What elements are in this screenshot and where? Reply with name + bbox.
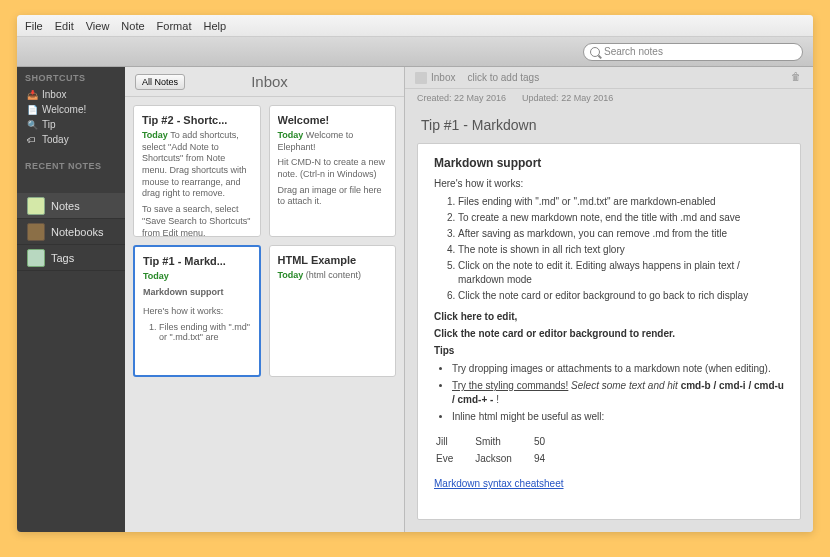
app-window: File Edit View Note Format Help Search n… [17, 15, 813, 532]
tags-hint[interactable]: click to add tags [467, 72, 539, 83]
main: SHORTCUTS 📥Inbox 📄Welcome! 🔍Tip 🏷Today R… [17, 67, 813, 532]
note-list-header: All Notes Inbox [125, 67, 404, 97]
note-card[interactable]: Tip #2 - Shortc... Today To add shortcut… [133, 105, 261, 237]
notes-icon [27, 197, 45, 215]
card-title: Tip #1 - Markd... [143, 255, 251, 267]
note-card[interactable]: Welcome! Today Welcome to Elephant! Hit … [269, 105, 397, 237]
menu-edit[interactable]: Edit [55, 20, 74, 32]
note-icon: 📄 [27, 105, 39, 115]
search-input[interactable]: Search notes [583, 43, 803, 61]
search-icon: 🔍 [27, 120, 39, 130]
menu-format[interactable]: Format [157, 20, 192, 32]
notebook-icon [415, 72, 427, 84]
inbox-icon: 📥 [27, 90, 39, 100]
tags-icon [27, 249, 45, 267]
note-detail: Inbox click to add tags 🗑 Created: 22 Ma… [405, 67, 813, 532]
shortcut-tip[interactable]: 🔍Tip [17, 117, 125, 132]
cheatsheet-link[interactable]: Markdown syntax cheatsheet [434, 478, 564, 489]
notebooks-icon [27, 223, 45, 241]
trash-icon[interactable]: 🗑 [791, 71, 803, 85]
nav-notes[interactable]: Notes [17, 193, 125, 219]
note-card[interactable]: HTML Example Today (html content) [269, 245, 397, 377]
note-body[interactable]: Markdown support Here's how it works: Fi… [417, 143, 801, 520]
card-date: Today [142, 130, 168, 140]
detail-bar: Inbox click to add tags 🗑 [405, 67, 813, 89]
menu-help[interactable]: Help [203, 20, 226, 32]
card-title: Tip #2 - Shortc... [142, 114, 252, 126]
menu-note[interactable]: Note [121, 20, 144, 32]
card-title: HTML Example [278, 254, 388, 266]
menu-file[interactable]: File [25, 20, 43, 32]
search-placeholder: Search notes [604, 46, 663, 57]
recent-heading: RECENT NOTES [17, 155, 125, 175]
shortcuts-heading: SHORTCUTS [17, 67, 125, 87]
breadcrumb[interactable]: Inbox [431, 72, 455, 83]
note-card-selected[interactable]: Tip #1 - Markd... Today Markdown support… [133, 245, 261, 377]
nav-notebooks[interactable]: Notebooks [17, 219, 125, 245]
toolbar: Search notes [17, 37, 813, 67]
note-list: All Notes Inbox Tip #2 - Shortc... Today… [125, 67, 405, 532]
body-heading: Markdown support [434, 156, 784, 170]
shortcut-welcome[interactable]: 📄Welcome! [17, 102, 125, 117]
shortcut-inbox[interactable]: 📥Inbox [17, 87, 125, 102]
shortcut-today[interactable]: 🏷Today [17, 132, 125, 147]
card-title: Welcome! [278, 114, 388, 126]
note-list-title: Inbox [145, 73, 394, 90]
search-icon [590, 47, 600, 57]
card-date: Today [143, 271, 251, 283]
cards-grid: Tip #2 - Shortc... Today To add shortcut… [125, 97, 404, 385]
card-date: Today [278, 270, 304, 280]
detail-meta: Created: 22 May 2016 Updated: 22 May 201… [405, 89, 813, 107]
tag-icon: 🏷 [27, 135, 39, 145]
steps-list: Files ending with ".md" or ".md.txt" are… [458, 195, 784, 303]
menubar: File Edit View Note Format Help [17, 15, 813, 37]
tips-list: Try dropping images or attachments to a … [452, 362, 784, 424]
sidebar: SHORTCUTS 📥Inbox 📄Welcome! 🔍Tip 🏷Today R… [17, 67, 125, 532]
menu-view[interactable]: View [86, 20, 110, 32]
card-date: Today [278, 130, 304, 140]
note-title[interactable]: Tip #1 - Markdown [405, 107, 813, 137]
nav-tags[interactable]: Tags [17, 245, 125, 271]
example-table: JillSmith50 EveJackson94 [434, 432, 567, 468]
